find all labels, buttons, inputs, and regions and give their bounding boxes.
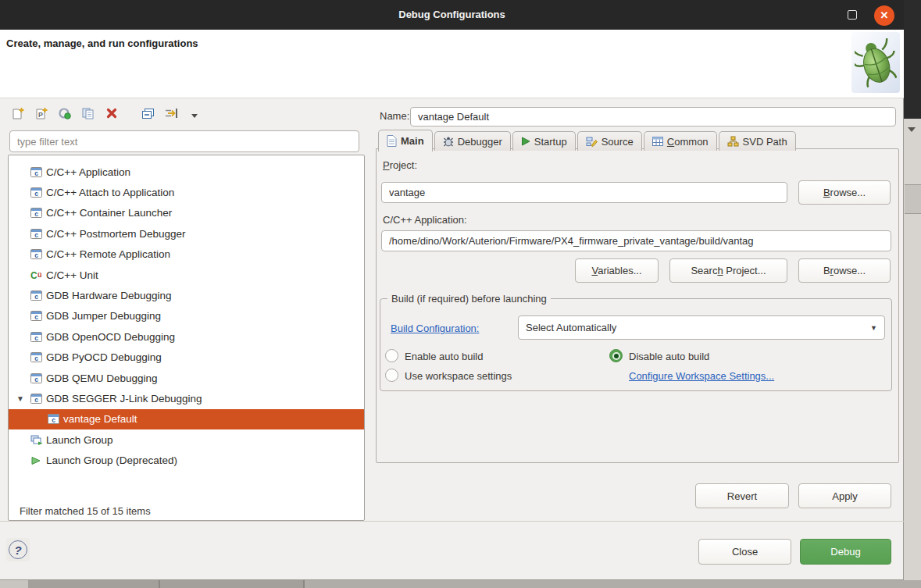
tab-common[interactable]: Common xyxy=(644,131,717,151)
c-app-icon: c xyxy=(30,373,46,383)
c-app-icon: c xyxy=(30,394,46,404)
tree-item[interactable]: CüC/C++ Unit xyxy=(9,265,364,285)
footer-separator xyxy=(0,521,904,522)
tree-item[interactable]: cC/C++ Container Launcher xyxy=(9,203,364,223)
tree-item[interactable]: ▼cGDB SEGGER J-Link Debugging xyxy=(9,388,364,408)
dialog-header: Create, manage, and run configurations xyxy=(0,30,904,98)
tree-item-label: GDB OpenOCD Debugging xyxy=(46,331,175,343)
tree-item-label: GDB SEGGER J-Link Debugging xyxy=(46,393,202,404)
tab-source[interactable]: Source xyxy=(577,131,642,151)
tab-svd-path[interactable]: SVD Path xyxy=(719,131,796,151)
tree-item-label: GDB PyOCD Debugging xyxy=(46,351,162,363)
revert-button[interactable]: Revert xyxy=(695,483,789,508)
svg-text:c: c xyxy=(34,313,38,321)
tab-debugger[interactable]: Debugger xyxy=(434,131,511,151)
svg-text:ü: ü xyxy=(37,271,42,279)
main-tab-content xyxy=(376,148,899,463)
view-menu-button[interactable] xyxy=(184,105,205,124)
window-title: Debug Configurations xyxy=(0,0,904,30)
background-bottom-cap xyxy=(0,580,28,588)
svg-text:c: c xyxy=(34,293,38,301)
tree-item[interactable]: Launch Group xyxy=(9,429,364,450)
svg-text:c: c xyxy=(34,376,38,383)
tree-item-label: C/C++ Remote Application xyxy=(46,248,170,260)
tree-item[interactable]: cC/C++ Postmortem Debugger xyxy=(9,223,364,244)
debug-bug-icon xyxy=(851,32,900,93)
tab-label: Debugger xyxy=(458,136,502,148)
twistie-expanded-icon[interactable]: ▼ xyxy=(16,394,30,403)
help-button-area: ? xyxy=(6,538,30,561)
tree-item[interactable]: cGDB PyOCD Debugging xyxy=(9,347,364,368)
maximize-icon[interactable] xyxy=(848,10,857,20)
filter-icon xyxy=(164,107,179,123)
duplicate-configuration-button[interactable] xyxy=(78,105,98,124)
new-configuration-button[interactable] xyxy=(8,105,28,124)
tree-item[interactable]: cC/C++ Application xyxy=(9,162,364,182)
debug-configurations-dialog: Debug Configurations ✕ Create, manage, a… xyxy=(0,0,904,580)
c-app-icon: c xyxy=(30,249,46,259)
name-input[interactable] xyxy=(410,107,896,127)
launch-group-icon xyxy=(30,435,46,445)
svg-text:c: c xyxy=(34,334,38,342)
tree-item-label: Launch Group xyxy=(46,434,113,446)
tree-item-label: C/C++ Application xyxy=(46,166,130,178)
c-app-icon: c xyxy=(30,167,46,177)
close-button[interactable]: Close xyxy=(698,539,791,565)
filter-input[interactable] xyxy=(9,130,359,152)
menu-arrow-icon xyxy=(191,108,198,122)
source-tab-icon xyxy=(586,136,598,147)
export-config-icon xyxy=(58,107,72,123)
c-app-icon: c xyxy=(30,352,46,362)
apply-button[interactable]: Apply xyxy=(798,483,891,508)
export-configurations-button[interactable] xyxy=(55,105,75,124)
tree-item[interactable]: cvantage Default xyxy=(9,409,364,429)
c-app-icon: c xyxy=(48,414,63,424)
close-icon[interactable]: ✕ xyxy=(874,5,894,26)
background-window-block xyxy=(905,184,921,214)
c-app-icon: c xyxy=(30,187,46,198)
filter-status-text: Filter matched 15 of 15 items xyxy=(20,505,151,517)
svg-text:c: c xyxy=(34,190,38,198)
tree-item[interactable]: cC/C++ Remote Application xyxy=(9,244,364,265)
tree-item-label: C/C++ Attach to Application xyxy=(46,187,174,198)
tab-label: Startup xyxy=(534,136,567,148)
background-bottom-segment xyxy=(28,580,305,588)
tree-item[interactable]: cGDB QEMU Debugging xyxy=(9,368,364,388)
tree-item-label: GDB Jumper Debugging xyxy=(46,310,161,322)
duplicate-icon xyxy=(81,107,95,123)
debug-button[interactable]: Debug xyxy=(800,539,891,565)
tab-main[interactable]: Main xyxy=(378,130,433,151)
title-bar[interactable]: Debug Configurations ✕ xyxy=(0,0,904,30)
collapse-all-button[interactable] xyxy=(137,105,158,124)
c-app-icon: c xyxy=(30,208,46,218)
c-app-icon: c xyxy=(30,290,46,301)
tree-item-label: C/C++ Unit xyxy=(46,269,98,281)
svg-text:C: C xyxy=(30,270,37,280)
svg-text:c: c xyxy=(34,210,38,218)
new-config-icon xyxy=(11,107,25,123)
c-unit-icon: Cü xyxy=(30,269,46,280)
tree-item-label: GDB QEMU Debugging xyxy=(46,372,158,384)
tree-item[interactable]: cGDB OpenOCD Debugging xyxy=(9,326,364,347)
new-prototype-button[interactable]: P xyxy=(31,105,52,124)
tree-item-label: Launch Group (Deprecated) xyxy=(46,454,177,466)
dialog-header-title: Create, manage, and run configurations xyxy=(6,37,198,49)
tab-bar: MainDebuggerStartupSourceCommonSVD Path xyxy=(378,129,798,151)
debugger-tab-icon xyxy=(443,136,454,147)
background-bottom-divider xyxy=(159,580,160,588)
launch-group-deprecated-icon xyxy=(30,456,46,465)
name-label: Name: xyxy=(380,110,409,122)
help-icon[interactable]: ? xyxy=(9,540,27,559)
svg-text:c: c xyxy=(34,231,38,239)
tab-startup[interactable]: Startup xyxy=(512,131,576,151)
tree-item[interactable]: Launch Group (Deprecated) xyxy=(9,450,364,470)
filter-configurations-button[interactable] xyxy=(161,105,181,124)
tab-label: Common xyxy=(667,136,709,148)
svg-text:c: c xyxy=(34,169,38,177)
tree-item[interactable]: cGDB Jumper Debugging xyxy=(9,306,364,326)
tree-item[interactable]: cGDB Hardware Debugging xyxy=(9,285,364,305)
tree-item[interactable]: cC/C++ Attach to Application xyxy=(9,182,364,202)
svd-tab-icon xyxy=(727,136,739,147)
delete-icon xyxy=(105,107,118,123)
delete-configuration-button[interactable] xyxy=(102,105,122,124)
